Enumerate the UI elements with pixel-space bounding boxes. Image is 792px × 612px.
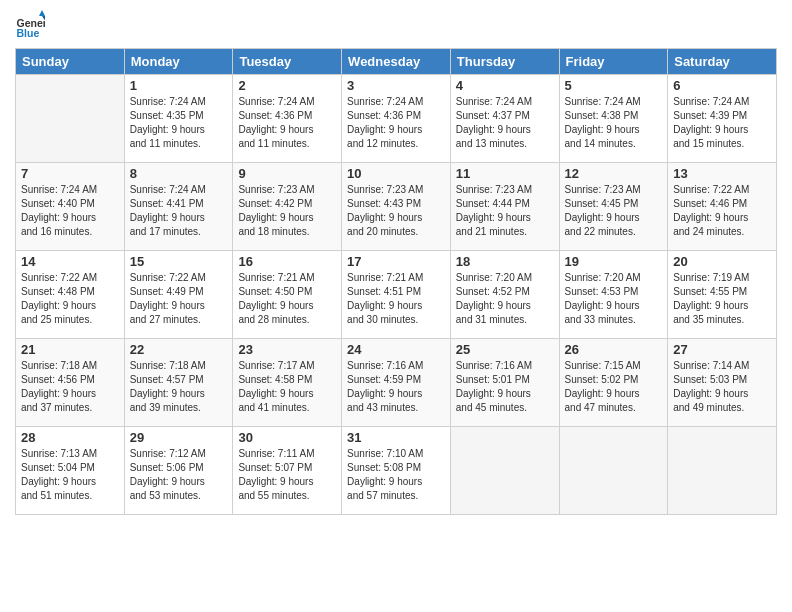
calendar-cell: 20Sunrise: 7:19 AMSunset: 4:55 PMDayligh… — [668, 251, 777, 339]
day-number: 26 — [565, 342, 663, 357]
cell-info: Sunrise: 7:18 AMSunset: 4:57 PMDaylight:… — [130, 359, 228, 415]
cell-info: Sunrise: 7:18 AMSunset: 4:56 PMDaylight:… — [21, 359, 119, 415]
cell-info: Sunrise: 7:21 AMSunset: 4:51 PMDaylight:… — [347, 271, 445, 327]
calendar-cell: 5Sunrise: 7:24 AMSunset: 4:38 PMDaylight… — [559, 75, 668, 163]
day-number: 16 — [238, 254, 336, 269]
day-number: 20 — [673, 254, 771, 269]
day-number: 1 — [130, 78, 228, 93]
day-number: 4 — [456, 78, 554, 93]
calendar-table: SundayMondayTuesdayWednesdayThursdayFrid… — [15, 48, 777, 515]
calendar-cell: 6Sunrise: 7:24 AMSunset: 4:39 PMDaylight… — [668, 75, 777, 163]
day-number: 19 — [565, 254, 663, 269]
cell-info: Sunrise: 7:14 AMSunset: 5:03 PMDaylight:… — [673, 359, 771, 415]
day-number: 2 — [238, 78, 336, 93]
calendar-cell: 7Sunrise: 7:24 AMSunset: 4:40 PMDaylight… — [16, 163, 125, 251]
cell-info: Sunrise: 7:16 AMSunset: 5:01 PMDaylight:… — [456, 359, 554, 415]
day-number: 17 — [347, 254, 445, 269]
calendar-cell: 12Sunrise: 7:23 AMSunset: 4:45 PMDayligh… — [559, 163, 668, 251]
calendar-week-3: 14Sunrise: 7:22 AMSunset: 4:48 PMDayligh… — [16, 251, 777, 339]
calendar-cell: 8Sunrise: 7:24 AMSunset: 4:41 PMDaylight… — [124, 163, 233, 251]
calendar-cell: 31Sunrise: 7:10 AMSunset: 5:08 PMDayligh… — [342, 427, 451, 515]
weekday-friday: Friday — [559, 49, 668, 75]
day-number: 12 — [565, 166, 663, 181]
day-number: 13 — [673, 166, 771, 181]
weekday-sunday: Sunday — [16, 49, 125, 75]
day-number: 3 — [347, 78, 445, 93]
day-number: 27 — [673, 342, 771, 357]
cell-info: Sunrise: 7:24 AMSunset: 4:40 PMDaylight:… — [21, 183, 119, 239]
day-number: 14 — [21, 254, 119, 269]
logo: General Blue — [15, 10, 49, 40]
cell-info: Sunrise: 7:24 AMSunset: 4:36 PMDaylight:… — [347, 95, 445, 151]
calendar-cell: 3Sunrise: 7:24 AMSunset: 4:36 PMDaylight… — [342, 75, 451, 163]
calendar-cell: 24Sunrise: 7:16 AMSunset: 4:59 PMDayligh… — [342, 339, 451, 427]
day-number: 29 — [130, 430, 228, 445]
calendar-cell: 25Sunrise: 7:16 AMSunset: 5:01 PMDayligh… — [450, 339, 559, 427]
day-number: 8 — [130, 166, 228, 181]
cell-info: Sunrise: 7:22 AMSunset: 4:49 PMDaylight:… — [130, 271, 228, 327]
day-number: 10 — [347, 166, 445, 181]
day-number: 28 — [21, 430, 119, 445]
calendar-cell — [668, 427, 777, 515]
cell-info: Sunrise: 7:24 AMSunset: 4:37 PMDaylight:… — [456, 95, 554, 151]
calendar-week-2: 7Sunrise: 7:24 AMSunset: 4:40 PMDaylight… — [16, 163, 777, 251]
calendar-cell: 17Sunrise: 7:21 AMSunset: 4:51 PMDayligh… — [342, 251, 451, 339]
cell-info: Sunrise: 7:23 AMSunset: 4:42 PMDaylight:… — [238, 183, 336, 239]
cell-info: Sunrise: 7:23 AMSunset: 4:44 PMDaylight:… — [456, 183, 554, 239]
day-number: 9 — [238, 166, 336, 181]
page: General Blue SundayMondayTuesdayWednesda… — [0, 0, 792, 612]
day-number: 15 — [130, 254, 228, 269]
day-number: 25 — [456, 342, 554, 357]
weekday-wednesday: Wednesday — [342, 49, 451, 75]
cell-info: Sunrise: 7:22 AMSunset: 4:46 PMDaylight:… — [673, 183, 771, 239]
weekday-monday: Monday — [124, 49, 233, 75]
svg-text:Blue: Blue — [17, 27, 40, 39]
calendar-cell: 10Sunrise: 7:23 AMSunset: 4:43 PMDayligh… — [342, 163, 451, 251]
cell-info: Sunrise: 7:16 AMSunset: 4:59 PMDaylight:… — [347, 359, 445, 415]
calendar-cell: 29Sunrise: 7:12 AMSunset: 5:06 PMDayligh… — [124, 427, 233, 515]
cell-info: Sunrise: 7:19 AMSunset: 4:55 PMDaylight:… — [673, 271, 771, 327]
calendar-cell: 1Sunrise: 7:24 AMSunset: 4:35 PMDaylight… — [124, 75, 233, 163]
logo-icon: General Blue — [15, 10, 45, 40]
day-number: 11 — [456, 166, 554, 181]
calendar-cell: 22Sunrise: 7:18 AMSunset: 4:57 PMDayligh… — [124, 339, 233, 427]
calendar-cell: 2Sunrise: 7:24 AMSunset: 4:36 PMDaylight… — [233, 75, 342, 163]
cell-info: Sunrise: 7:24 AMSunset: 4:35 PMDaylight:… — [130, 95, 228, 151]
calendar-cell: 9Sunrise: 7:23 AMSunset: 4:42 PMDaylight… — [233, 163, 342, 251]
calendar-cell: 27Sunrise: 7:14 AMSunset: 5:03 PMDayligh… — [668, 339, 777, 427]
cell-info: Sunrise: 7:24 AMSunset: 4:38 PMDaylight:… — [565, 95, 663, 151]
day-number: 7 — [21, 166, 119, 181]
weekday-saturday: Saturday — [668, 49, 777, 75]
svg-marker-2 — [39, 10, 45, 16]
calendar-cell — [450, 427, 559, 515]
day-number: 22 — [130, 342, 228, 357]
weekday-header-row: SundayMondayTuesdayWednesdayThursdayFrid… — [16, 49, 777, 75]
cell-info: Sunrise: 7:23 AMSunset: 4:43 PMDaylight:… — [347, 183, 445, 239]
calendar-cell: 13Sunrise: 7:22 AMSunset: 4:46 PMDayligh… — [668, 163, 777, 251]
cell-info: Sunrise: 7:22 AMSunset: 4:48 PMDaylight:… — [21, 271, 119, 327]
cell-info: Sunrise: 7:10 AMSunset: 5:08 PMDaylight:… — [347, 447, 445, 503]
cell-info: Sunrise: 7:15 AMSunset: 5:02 PMDaylight:… — [565, 359, 663, 415]
calendar-cell: 4Sunrise: 7:24 AMSunset: 4:37 PMDaylight… — [450, 75, 559, 163]
weekday-tuesday: Tuesday — [233, 49, 342, 75]
day-number: 6 — [673, 78, 771, 93]
calendar-cell — [16, 75, 125, 163]
cell-info: Sunrise: 7:11 AMSunset: 5:07 PMDaylight:… — [238, 447, 336, 503]
calendar-cell — [559, 427, 668, 515]
day-number: 5 — [565, 78, 663, 93]
cell-info: Sunrise: 7:24 AMSunset: 4:41 PMDaylight:… — [130, 183, 228, 239]
calendar-week-1: 1Sunrise: 7:24 AMSunset: 4:35 PMDaylight… — [16, 75, 777, 163]
calendar-cell: 26Sunrise: 7:15 AMSunset: 5:02 PMDayligh… — [559, 339, 668, 427]
cell-info: Sunrise: 7:24 AMSunset: 4:39 PMDaylight:… — [673, 95, 771, 151]
weekday-thursday: Thursday — [450, 49, 559, 75]
calendar-cell: 15Sunrise: 7:22 AMSunset: 4:49 PMDayligh… — [124, 251, 233, 339]
calendar-cell: 11Sunrise: 7:23 AMSunset: 4:44 PMDayligh… — [450, 163, 559, 251]
calendar-week-5: 28Sunrise: 7:13 AMSunset: 5:04 PMDayligh… — [16, 427, 777, 515]
calendar-cell: 14Sunrise: 7:22 AMSunset: 4:48 PMDayligh… — [16, 251, 125, 339]
cell-info: Sunrise: 7:20 AMSunset: 4:53 PMDaylight:… — [565, 271, 663, 327]
header: General Blue — [15, 10, 777, 40]
day-number: 23 — [238, 342, 336, 357]
day-number: 30 — [238, 430, 336, 445]
cell-info: Sunrise: 7:12 AMSunset: 5:06 PMDaylight:… — [130, 447, 228, 503]
day-number: 18 — [456, 254, 554, 269]
